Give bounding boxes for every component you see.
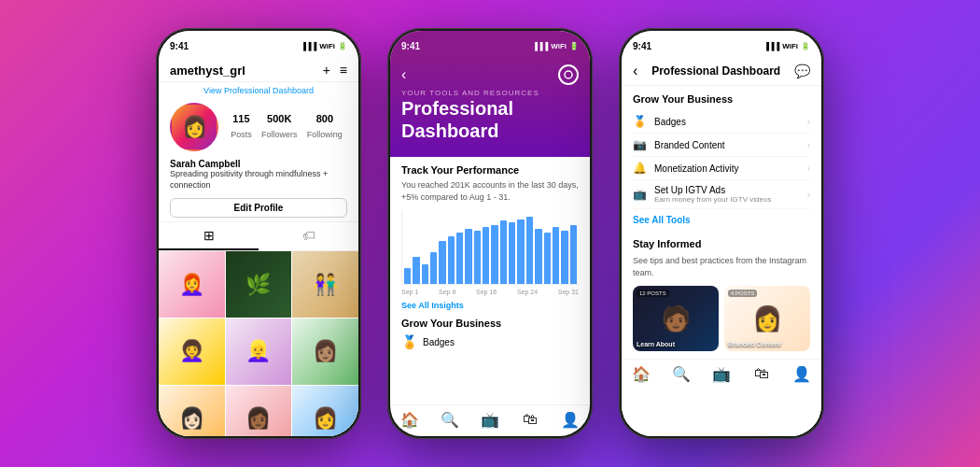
profile-header: amethyst_grl + ≡ — [159, 57, 358, 82]
signal-icon-2: ▐▐▐ — [532, 42, 548, 50]
detail-header: ‹ Professional Dashboard 💬 — [622, 57, 821, 86]
info-cards: 🧑🏾 12 POSTS Learn About 👩 4 POSTS Brande… — [633, 286, 810, 351]
followers-label: Followers — [261, 130, 298, 139]
edit-profile-button[interactable]: Edit Profile — [170, 198, 347, 218]
posts-count: 115 — [231, 113, 252, 124]
nav-search-3[interactable]: 🔍 — [662, 365, 702, 383]
branded-label: Branded Content — [654, 140, 725, 150]
chart-labels: Sep 1 Sep 8 Sep 16 Sep 24 Sep 31 — [401, 289, 579, 295]
battery-icon-3: 🔋 — [801, 42, 810, 50]
card-learn-about[interactable]: 🧑🏾 12 POSTS Learn About — [633, 286, 719, 351]
tab-tagged[interactable]: 🏷 — [259, 222, 358, 250]
dashboard-content: ‹ YOUR TOOLS AND RESOURCES Professional … — [390, 57, 590, 436]
card1-posts: 12 POSTS — [637, 290, 669, 297]
svg-point-0 — [565, 71, 572, 78]
message-icon[interactable] — [558, 64, 579, 85]
bar-chart — [401, 210, 579, 285]
item-badges[interactable]: 🏅 Badges › — [633, 110, 810, 134]
nav-search-2[interactable]: 🔍 — [430, 411, 470, 429]
chart-bar — [430, 252, 437, 284]
chart-label-4: Sep 24 — [517, 289, 538, 295]
chart-bar — [553, 227, 559, 284]
profile-action-icons: + ≡ — [323, 63, 347, 78]
photo-1: 👩‍🦰 — [159, 251, 225, 318]
chart-bar — [517, 219, 524, 284]
battery-icon: 🔋 — [338, 42, 347, 50]
chart-label-1: Sep 1 — [401, 289, 418, 295]
nav-home-3[interactable]: 🏠 — [622, 365, 662, 383]
nav-reels-2[interactable]: 📺 — [470, 411, 511, 429]
chart-label-3: Sep 16 — [476, 289, 497, 295]
photo-2: 🌿 — [226, 251, 292, 318]
chart-bar — [448, 236, 455, 284]
back-icon-3[interactable]: ‹ — [633, 63, 637, 79]
tab-grid[interactable]: ⊞ — [159, 222, 259, 250]
chart-bar — [491, 225, 497, 285]
detail-body: Grow Your Business 🏅 Badges › 📷 Branded … — [622, 86, 821, 359]
nav-shop-3[interactable]: 🛍 — [741, 365, 781, 383]
nav-home-2[interactable]: 🏠 — [390, 411, 430, 429]
menu-icon[interactable]: ≡ — [340, 63, 347, 78]
see-all-tools[interactable]: See All Tools — [633, 209, 810, 231]
card-branded-content[interactable]: 👩 4 POSTS Branded Content — [724, 286, 810, 351]
status-bar-1: 9:41 ▐▐▐ WiFi 🔋 — [159, 31, 358, 57]
detail-title: Professional Dashboard — [651, 64, 780, 78]
grow-title-2: Grow Your Business — [401, 318, 579, 329]
chart-bar — [404, 268, 411, 284]
nav-reels-3[interactable]: 📺 — [702, 365, 742, 383]
avatar: 👩 — [170, 103, 218, 151]
chart-bar — [561, 231, 567, 285]
photo-8: 👩🏾 — [226, 386, 292, 436]
message-icon-3[interactable]: 💬 — [794, 64, 810, 78]
back-icon[interactable]: ‹ — [401, 66, 406, 83]
badges-row: 🏅 Badges — [401, 334, 579, 349]
badges-icon: 🏅 — [401, 334, 417, 349]
chart-label-2: Sep 8 — [439, 289, 455, 295]
dash-header-top: ‹ — [401, 64, 579, 85]
igtv-sublabel: Earn money from your IGTV videos — [654, 195, 771, 204]
bio-text: Spreading positivity through mindfulness… — [170, 169, 347, 191]
chevron-monetization: › — [807, 163, 810, 174]
chart-bar — [544, 233, 551, 284]
signal-icon-3: ▐▐▐ — [763, 42, 779, 50]
chart-bar — [439, 241, 445, 285]
nav-profile-3[interactable]: 👤 — [781, 365, 821, 383]
track-title: Track Your Performance — [401, 164, 579, 176]
view-dashboard-link[interactable]: View Professional Dashboard — [159, 82, 358, 97]
profile-stats: 👩 115 Posts 500K Followers 800 Following — [159, 97, 358, 157]
dash-title: Professional Dashboard — [401, 97, 579, 142]
chart-bar — [422, 264, 428, 284]
following-label: Following — [307, 130, 343, 139]
username: amethyst_grl — [170, 64, 245, 78]
bottom-nav-2: 🏠 🔍 📺 🛍 👤 — [390, 404, 590, 436]
time-2: 9:41 — [401, 41, 420, 51]
wifi-icon: WiFi — [319, 42, 335, 50]
battery-icon-2: 🔋 — [569, 42, 579, 50]
photo-7: 👩🏻 — [159, 386, 225, 436]
item-igtv[interactable]: 📺 Set Up IGTV Ads Earn money from your I… — [633, 180, 810, 209]
see-all-insights[interactable]: See All Insights — [401, 301, 579, 310]
item-monetization[interactable]: 🔔 Monetization Activity › — [633, 157, 810, 180]
photo-9: 👩 — [292, 386, 358, 436]
phone-1: 9:41 ▐▐▐ WiFi 🔋 amethyst_grl + ≡ View Pr… — [156, 28, 361, 439]
photo-6: 👩🏽 — [292, 318, 358, 385]
chevron-branded: › — [807, 140, 810, 150]
nav-profile-2[interactable]: 👤 — [550, 411, 590, 429]
chart-bar — [526, 217, 533, 284]
signal-icon: ▐▐▐ — [301, 42, 316, 50]
wifi-icon-2: WiFi — [551, 42, 567, 50]
photo-4: 👩‍🦱 — [159, 318, 225, 385]
photo-3: 👫 — [292, 251, 358, 318]
chart-bar — [456, 233, 463, 284]
chart-bar — [465, 229, 471, 284]
time-3: 9:41 — [633, 41, 651, 51]
bio-name: Sarah Campbell — [170, 159, 347, 169]
track-desc: You reached 201K accounts in the last 30… — [401, 179, 579, 203]
item-branded[interactable]: 📷 Branded Content › — [633, 134, 810, 157]
igtv-label: Set Up IGTV Ads — [654, 185, 771, 195]
badges-label: Badges — [423, 337, 455, 347]
add-icon[interactable]: + — [323, 63, 330, 78]
nav-shop-2[interactable]: 🛍 — [510, 411, 550, 429]
detail-content: ‹ Professional Dashboard 💬 Grow Your Bus… — [622, 57, 821, 436]
card2-posts: 4 POSTS — [728, 290, 757, 297]
